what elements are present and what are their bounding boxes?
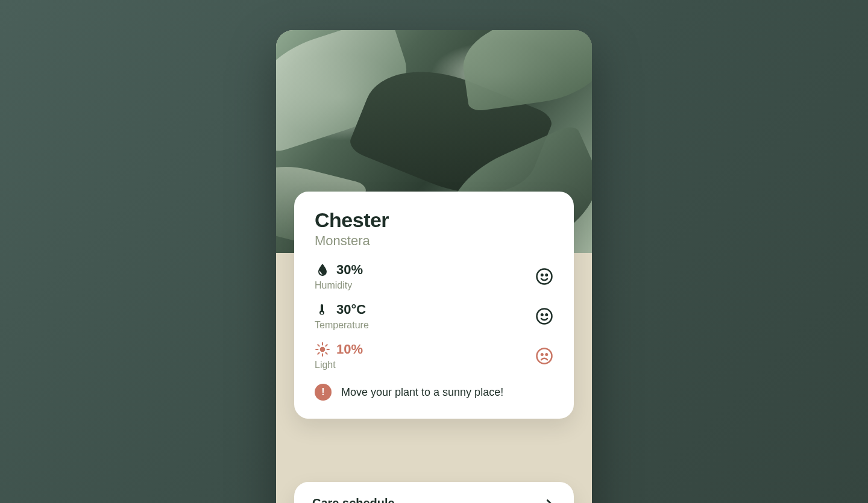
frown-icon: [535, 347, 553, 365]
svg-point-2: [546, 274, 548, 276]
alert-row: ! Move your plant to a sunny place!: [315, 384, 553, 401]
svg-point-1: [541, 274, 543, 276]
plant-species: Monstera: [315, 233, 553, 249]
svg-point-5: [546, 314, 548, 316]
metrics-list: 30% Humidity 30°C Tempera: [315, 262, 553, 370]
plant-status-card: Chester Monstera 30% Humidity: [294, 192, 574, 419]
thermometer-icon: [315, 302, 330, 317]
light-value: 10%: [336, 342, 363, 357]
svg-line-11: [318, 345, 319, 346]
alert-icon: !: [315, 384, 332, 401]
metric-light: 10% Light: [315, 342, 553, 370]
svg-line-14: [326, 345, 327, 346]
svg-line-12: [326, 352, 327, 354]
smile-icon: [535, 267, 553, 286]
temperature-label: Temperature: [315, 320, 369, 331]
care-schedule-button[interactable]: Care schedule: [294, 482, 574, 503]
svg-point-4: [541, 314, 543, 316]
humidity-value: 30%: [336, 262, 363, 278]
metric-temperature: 30°C Temperature: [315, 302, 553, 331]
temperature-value: 30°C: [336, 302, 366, 317]
care-schedule-title: Care schedule: [312, 496, 395, 503]
light-label: Light: [315, 360, 363, 370]
svg-line-13: [318, 352, 319, 354]
plant-name: Chester: [315, 208, 553, 232]
alert-message: Move your plant to a sunny place!: [341, 386, 503, 399]
svg-point-3: [537, 309, 552, 324]
smile-icon: [535, 307, 553, 325]
sun-icon: [315, 342, 330, 357]
metric-humidity: 30% Humidity: [315, 262, 553, 291]
phone-frame: Chester Monstera 30% Humidity: [276, 30, 592, 503]
svg-point-6: [320, 347, 326, 352]
svg-point-15: [537, 349, 552, 364]
svg-point-17: [546, 354, 548, 355]
chevron-right-icon: [542, 497, 556, 504]
svg-point-0: [537, 269, 552, 284]
humidity-label: Humidity: [315, 280, 363, 291]
svg-point-16: [541, 354, 543, 355]
humidity-icon: [315, 262, 330, 278]
